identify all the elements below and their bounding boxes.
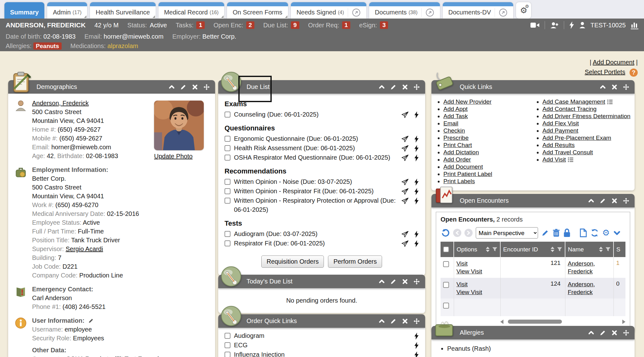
column-header-encounter-id[interactable]: Encounter ID (500, 242, 565, 257)
perform-orders-button[interactable]: Perform Orders (328, 255, 382, 268)
perform-lightning-icon[interactable] (414, 197, 419, 205)
scroll-left-icon[interactable] (500, 320, 503, 324)
tasks-count-badge[interactable]: 1 (196, 21, 205, 29)
select-all-checkbox[interactable] (443, 246, 449, 252)
due-item-checkbox[interactable] (225, 198, 230, 204)
tab-health-surveillance[interactable]: Health Surveillance (90, 2, 155, 19)
medication-value[interactable]: alprazolam (108, 42, 138, 49)
patient-name-link[interactable]: Anderson, Frederick (32, 100, 89, 107)
user-id[interactable]: TEST-10025 (591, 22, 626, 29)
order-req-count-badge[interactable]: 1 (342, 21, 351, 29)
collapse-icon[interactable] (168, 84, 175, 91)
column-header-name[interactable]: Name (565, 242, 613, 257)
close-icon[interactable] (192, 84, 198, 91)
close-icon[interactable] (611, 329, 618, 336)
requisition-plane-icon[interactable] (401, 240, 409, 248)
table-settings-gear-icon[interactable] (602, 229, 610, 237)
move-icon[interactable] (413, 278, 420, 285)
tab-on-screen-forms[interactable]: On Screen Forms (227, 2, 288, 19)
video-camera-icon[interactable] (530, 22, 540, 29)
order-item-checkbox[interactable] (225, 342, 230, 348)
requisition-plane-icon[interactable] (401, 197, 409, 205)
close-icon[interactable] (611, 84, 618, 91)
edit-icon[interactable] (599, 329, 606, 336)
view-visit-link[interactable]: View Visit (457, 288, 482, 296)
due-item-checkbox[interactable] (225, 112, 230, 118)
due-item-checkbox[interactable] (225, 136, 230, 142)
perform-lightning-icon[interactable] (414, 154, 419, 162)
sort-icon[interactable] (486, 247, 490, 252)
popout-icon[interactable] (421, 8, 434, 17)
scroll-right-icon[interactable] (622, 320, 625, 324)
popout-icon[interactable] (348, 8, 361, 17)
due-list-count-badge[interactable]: 9 (291, 21, 299, 29)
edit-user-info-icon[interactable] (88, 318, 94, 324)
tab-summary[interactable]: Summary (4, 2, 44, 19)
sort-icon[interactable] (599, 247, 603, 252)
edit-icon[interactable] (541, 229, 549, 237)
column-header-options[interactable]: Options (454, 242, 500, 257)
chevron-down-icon[interactable] (613, 229, 621, 237)
tab-documents[interactable]: Documents (38) (369, 2, 440, 19)
collapse-icon[interactable] (599, 84, 606, 91)
collapse-icon[interactable] (378, 318, 385, 325)
move-icon[interactable] (623, 329, 630, 336)
perform-lightning-icon[interactable] (414, 178, 419, 186)
perform-lightning-icon[interactable] (414, 111, 419, 118)
move-icon[interactable] (413, 318, 420, 325)
order-item-checkbox[interactable] (225, 352, 230, 357)
supervisor-link[interactable]: Sergio Acardi (66, 245, 103, 252)
due-item-checkbox[interactable] (225, 145, 230, 151)
add-document-link[interactable]: Add Document (593, 59, 634, 66)
visit-link[interactable]: Visit (457, 260, 468, 267)
requisition-plane-icon[interactable] (401, 231, 409, 238)
perspective-select[interactable]: Main Perspective (476, 227, 538, 239)
perform-lightning-icon[interactable] (414, 188, 419, 195)
edit-icon[interactable] (390, 278, 397, 285)
close-icon[interactable] (402, 84, 408, 91)
perform-lightning-icon[interactable] (414, 351, 419, 357)
close-icon[interactable] (402, 318, 408, 325)
due-item-checkbox[interactable] (225, 240, 230, 246)
update-photo-link[interactable]: Update Photo (154, 153, 192, 160)
requisition-plane-icon[interactable] (401, 111, 409, 119)
collapse-icon[interactable] (588, 329, 595, 336)
patient-name-link[interactable]: Anderson, Frederick (568, 260, 611, 275)
row-checkbox[interactable] (443, 282, 449, 288)
tab-needs-signed[interactable]: Needs Signed (4) (291, 2, 366, 19)
requisition-plane-icon[interactable] (401, 188, 409, 195)
collapse-icon[interactable] (588, 197, 595, 204)
horizontal-scrollbar[interactable] (500, 319, 625, 324)
select-portlets-link[interactable]: Select Portlets (585, 69, 625, 75)
edit-icon[interactable] (599, 197, 606, 204)
order-item-checkbox[interactable] (225, 333, 230, 339)
refresh-icon[interactable] (590, 228, 599, 237)
scrollbar-thumb[interactable] (508, 320, 562, 324)
tab-medical-record[interactable]: Medical Record (16) (158, 2, 224, 19)
esign-count-badge[interactable]: 3 (380, 21, 388, 29)
column-header-clipped[interactable]: S (613, 242, 625, 257)
view-visit-link[interactable]: View Visit (457, 267, 482, 275)
tab-admin[interactable]: Admin (17) (47, 2, 87, 19)
edit-icon[interactable] (390, 84, 397, 91)
tab-settings-gear-button[interactable] (516, 2, 531, 19)
requisition-orders-button[interactable]: Requisition Orders (261, 255, 324, 268)
due-item-checkbox[interactable] (225, 188, 230, 194)
prev-page-icon[interactable] (453, 229, 461, 237)
filter-icon[interactable] (492, 247, 497, 252)
sort-icon[interactable] (550, 247, 555, 252)
perform-lightning-icon[interactable] (414, 135, 419, 143)
popout-icon[interactable] (495, 8, 508, 17)
lightning-icon[interactable] (569, 21, 574, 29)
perform-lightning-icon[interactable] (414, 240, 419, 247)
filter-icon[interactable] (605, 247, 611, 252)
help-icon[interactable] (630, 69, 638, 77)
due-item-checkbox[interactable] (225, 231, 230, 237)
perform-lightning-icon[interactable] (414, 332, 419, 340)
collapse-icon[interactable] (378, 278, 385, 285)
delete-icon[interactable] (552, 229, 560, 237)
requisition-plane-icon[interactable] (401, 154, 409, 162)
open-enc-count-badge[interactable]: 2 (246, 21, 255, 29)
edit-icon[interactable] (180, 84, 187, 91)
next-page-icon[interactable] (464, 229, 473, 237)
